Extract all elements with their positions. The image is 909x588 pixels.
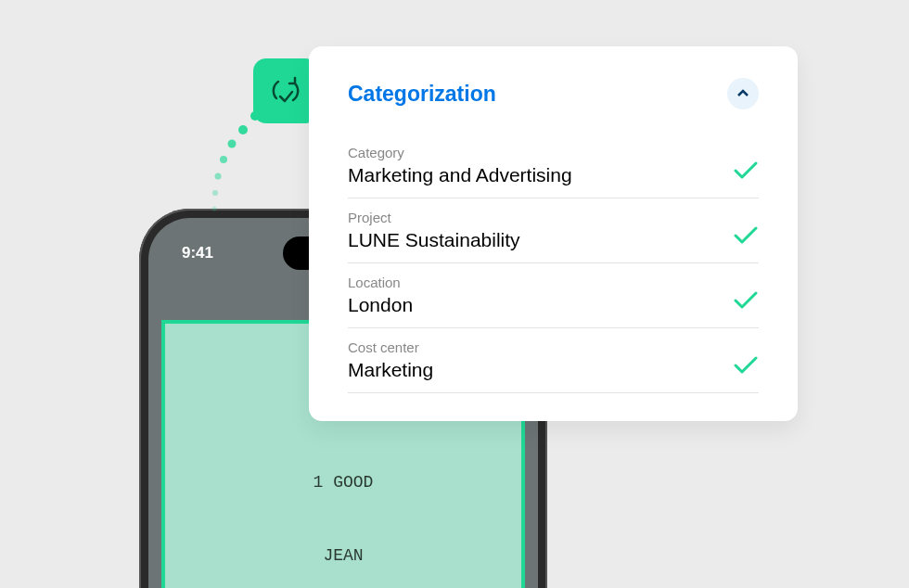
field-label: Project <box>348 210 722 225</box>
field-value: Marketing <box>348 359 722 381</box>
field-cost-center[interactable]: Cost center Marketing <box>348 328 759 393</box>
categorization-card: Categorization Category Marketing and Ad… <box>309 46 798 421</box>
check-icon <box>733 290 759 313</box>
chevron-up-icon <box>736 89 749 98</box>
check-icon <box>733 355 759 377</box>
collapse-button[interactable] <box>727 78 759 109</box>
card-title: Categorization <box>348 82 496 107</box>
field-location[interactable]: Location London <box>348 263 759 328</box>
status-time: 9:41 <box>182 244 213 262</box>
field-label: Category <box>348 145 722 160</box>
field-label: Location <box>348 275 722 290</box>
svg-point-2 <box>228 140 237 148</box>
receipt-header-line: 1 GOOD <box>182 470 505 494</box>
field-project[interactable]: Project LUNE Sustainability <box>348 198 759 263</box>
svg-point-1 <box>238 125 248 134</box>
field-value: London <box>348 294 722 316</box>
check-icon <box>733 225 759 248</box>
field-category[interactable]: Category Marketing and Advertising <box>348 134 759 198</box>
svg-point-6 <box>212 207 217 211</box>
receipt-header-line: JEAN <box>182 543 505 568</box>
check-icon <box>733 160 759 183</box>
field-label: Cost center <box>348 339 722 355</box>
svg-point-3 <box>220 156 227 163</box>
svg-point-5 <box>212 190 218 196</box>
card-header: Categorization <box>348 78 759 109</box>
svg-point-4 <box>215 173 222 180</box>
field-value: LUNE Sustainability <box>348 229 722 251</box>
field-value: Marketing and Advertising <box>348 164 722 186</box>
